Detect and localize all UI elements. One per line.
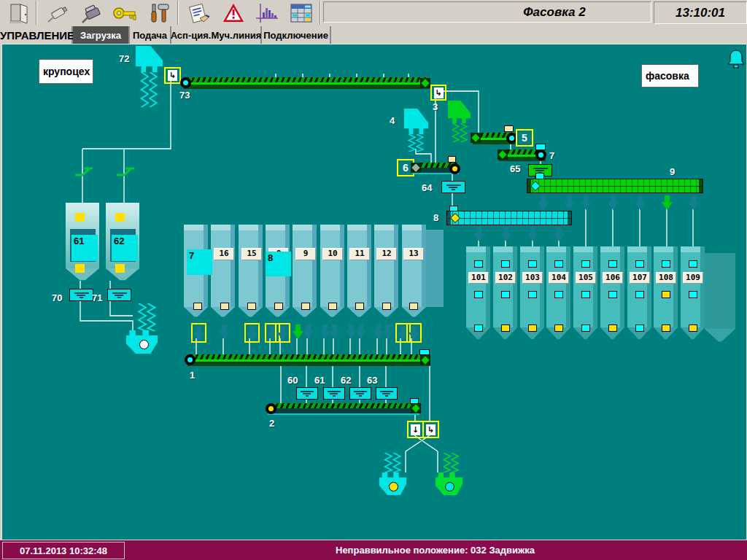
cell-10[interactable]	[320, 225, 344, 307]
flex-sleeve-icon	[382, 453, 402, 472]
packing-hopper-right-indicator	[445, 482, 454, 491]
cell-16[interactable]	[211, 225, 235, 307]
cell-indicator	[193, 303, 202, 310]
feeder-64[interactable]	[441, 181, 465, 193]
feeder62-label: 62	[341, 375, 351, 386]
gate-valve-icon[interactable]	[74, 166, 93, 177]
cell-indicator	[274, 303, 283, 310]
gate-arrow[interactable]	[537, 194, 549, 211]
bin-103[interactable]	[520, 246, 544, 327]
access-key-button[interactable]	[108, 1, 142, 25]
tab-upravlenie[interactable]: УПРАВЛЕНИЕ	[3, 26, 73, 44]
cell-label: 11	[349, 248, 370, 260]
tab-podkluchenie[interactable]: Подключение	[262, 26, 331, 44]
bin-104[interactable]	[546, 246, 570, 327]
gate-arrow[interactable]	[553, 225, 565, 242]
bin109-mid-indicator	[689, 291, 697, 298]
hopper-green[interactable]	[448, 101, 471, 123]
gate-arrow[interactable]	[634, 194, 646, 211]
conveyor-2[interactable]	[268, 403, 419, 415]
screw9-label: 9	[670, 166, 675, 177]
cell-gate-arrow[interactable]	[302, 323, 314, 340]
feeder-60[interactable]	[296, 387, 318, 400]
bin-label: 103	[522, 272, 543, 284]
feeder-70[interactable]	[69, 289, 93, 301]
conveyor-73[interactable]	[184, 77, 429, 89]
bin-106[interactable]	[600, 246, 624, 327]
screw-conveyor-9[interactable]	[527, 179, 703, 193]
alarms-button[interactable]	[217, 1, 249, 25]
tools-button[interactable]	[143, 1, 175, 25]
bin104-top-indicator	[554, 260, 563, 268]
feeder-71[interactable]	[107, 289, 131, 301]
cell-gate-arrow[interactable]	[328, 323, 341, 340]
diverter-valve-3[interactable]: ↳	[430, 85, 446, 101]
trends-button[interactable]	[251, 1, 283, 25]
bin-102[interactable]	[493, 246, 517, 327]
feeder-61[interactable]	[323, 387, 345, 400]
cell-gate-arrow[interactable]	[275, 323, 290, 343]
cell-12[interactable]	[374, 225, 398, 307]
diverter-arrow-icon: ↳	[434, 88, 444, 98]
alarm-message[interactable]: Неправвильное положение: 032 Задвижка	[125, 542, 745, 558]
mimic-diagram: крупоцех фасовка 72 ↳ 73 ↳ 3 4 5 7 65 6	[1, 44, 746, 540]
disconnect-plug-button[interactable]	[76, 1, 108, 25]
feeder63-label: 63	[367, 375, 377, 386]
feeder65-label: 65	[510, 163, 520, 174]
feeder-62[interactable]	[349, 387, 371, 400]
cell-gate-arrow[interactable]	[218, 323, 231, 340]
conveyor-1[interactable]	[187, 354, 430, 366]
packing-gate-valve[interactable]: ↓	[407, 421, 424, 438]
cell-gate-arrow[interactable]	[382, 323, 394, 340]
alarm-bell-icon[interactable]	[727, 48, 746, 70]
feeder-63[interactable]	[376, 387, 398, 400]
exit-button[interactable]	[4, 1, 34, 25]
cell-gate-arrow[interactable]	[355, 323, 367, 340]
screw-conveyor-8[interactable]	[446, 211, 572, 225]
tab-zagruzka[interactable]: Загрузка	[73, 26, 130, 44]
tab-bar: УПРАВЛЕНИЕ Загрузка Подача Асп-ция.Муч.л…	[0, 26, 747, 44]
conveyor5-tag[interactable]: 5	[516, 129, 533, 147]
gate-arrow[interactable]	[607, 194, 619, 211]
tab-aspiration[interactable]: Асп-ция.Муч.линия	[171, 26, 262, 44]
hopper-4[interactable]	[404, 109, 428, 134]
gate-arrow[interactable]	[661, 194, 673, 211]
cell-11[interactable]	[347, 225, 371, 307]
gate-arrow[interactable]	[687, 194, 700, 211]
clock-panel: 13:10:01	[654, 1, 747, 24]
gate-valve-icon[interactable]	[116, 166, 135, 177]
bin-105[interactable]	[573, 246, 597, 327]
bin61-level: 61	[71, 235, 98, 261]
bin-107[interactable]	[627, 246, 651, 327]
report-button[interactable]	[181, 1, 216, 25]
conveyor5-indicator	[504, 125, 514, 132]
cell-gate-arrow[interactable]	[244, 323, 260, 343]
gate-arrow[interactable]	[563, 194, 576, 211]
packing-diverter-valve[interactable]: ↳	[422, 421, 439, 438]
bin-109[interactable]	[681, 246, 705, 327]
table-icon	[289, 2, 314, 24]
gate-arrow[interactable]	[500, 225, 512, 242]
cell-13[interactable]	[402, 225, 426, 307]
conveyor7-indicator	[535, 144, 546, 150]
bin104-mid-indicator	[554, 291, 563, 298]
bin-101[interactable]	[466, 246, 490, 327]
conveyor6-drive	[411, 163, 421, 173]
bin104-bottom-indicator	[554, 324, 563, 332]
cell-gate-arrow[interactable]	[406, 323, 422, 343]
gate-arrow[interactable]	[473, 225, 485, 242]
hopper-72[interactable]	[136, 46, 163, 72]
connect-cable-button[interactable]	[42, 1, 73, 25]
feeder71-label: 71	[92, 292, 102, 303]
diverter-valve-72[interactable]: ↳	[164, 67, 181, 84]
bin-108[interactable]	[654, 246, 678, 327]
gate-arrow[interactable]	[527, 225, 539, 242]
cell-15[interactable]	[239, 225, 263, 307]
gate-arrow[interactable]	[580, 194, 592, 211]
cell-gate-arrow[interactable]	[191, 323, 206, 343]
values-table-button[interactable]	[285, 1, 318, 25]
cell-indicator	[247, 303, 256, 310]
flex-sleeve-icon	[138, 72, 158, 107]
cell-9[interactable]	[293, 225, 317, 307]
tab-podacha[interactable]: Подача	[130, 26, 171, 44]
